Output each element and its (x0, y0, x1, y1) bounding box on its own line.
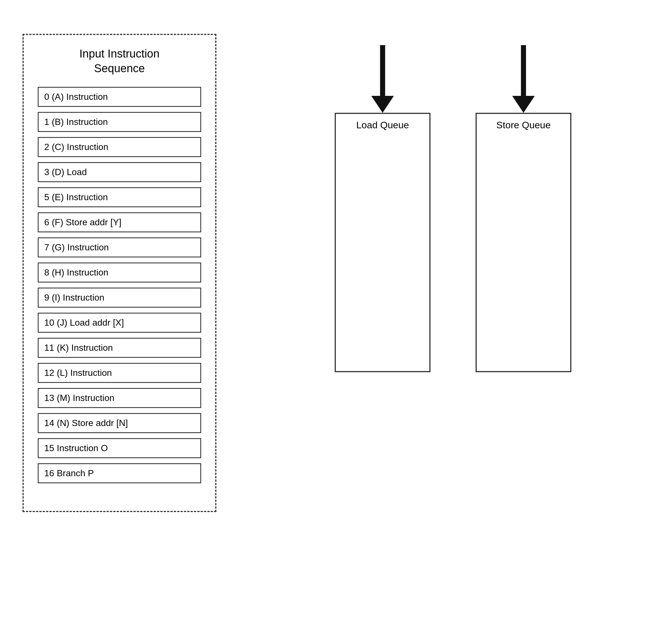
store-queue-column: Store Queue (476, 45, 572, 372)
instruction-item: 5 (E) Instruction (38, 187, 201, 207)
load-queue-label: Load Queue (353, 114, 412, 131)
instruction-item: 16 Branch P (38, 463, 201, 483)
store-queue-box: Store Queue (476, 113, 572, 372)
instruction-item: 13 (M) Instruction (38, 388, 201, 408)
instruction-sequence-panel: Input Instruction Sequence 0 (A) Instruc… (22, 34, 216, 512)
instruction-item: 0 (A) Instruction (38, 87, 201, 107)
load-queue-box: Load Queue (335, 113, 431, 372)
instruction-item: 1 (B) Instruction (38, 112, 201, 132)
instruction-item: 11 (K) Instruction (38, 338, 201, 358)
instruction-item: 10 (J) Load addr [X] (38, 313, 201, 333)
instruction-item: 14 (N) Store addr [N] (38, 413, 201, 433)
store-queue-label: Store Queue (494, 114, 554, 131)
queues-container: Load Queue Store Queue (335, 34, 572, 372)
instruction-item: 3 (D) Load (38, 162, 201, 182)
panel-title: Input Instruction Sequence (79, 46, 160, 76)
load-queue-column: Load Queue (335, 45, 431, 372)
store-queue-arrow (512, 45, 535, 113)
instruction-item: 8 (H) Instruction (38, 262, 201, 283)
instruction-item: 9 (I) Instruction (38, 288, 201, 308)
load-queue-arrow (371, 45, 394, 113)
instruction-item: 2 (C) Instruction (38, 137, 201, 157)
load-arrow-shaft (380, 45, 385, 96)
instructions-list: 0 (A) Instruction1 (B) Instruction2 (C) … (38, 87, 201, 488)
store-arrow-shaft (521, 45, 526, 96)
instruction-item: 6 (F) Store addr [Y] (38, 212, 201, 232)
store-arrow-head (512, 96, 535, 113)
instruction-item: 12 (L) Instruction (38, 363, 201, 383)
instruction-item: 7 (G) Instruction (38, 237, 201, 257)
instruction-item: 15 Instruction O (38, 438, 201, 458)
load-arrow-head (371, 96, 394, 113)
main-container: Input Instruction Sequence 0 (A) Instruc… (0, 0, 648, 546)
